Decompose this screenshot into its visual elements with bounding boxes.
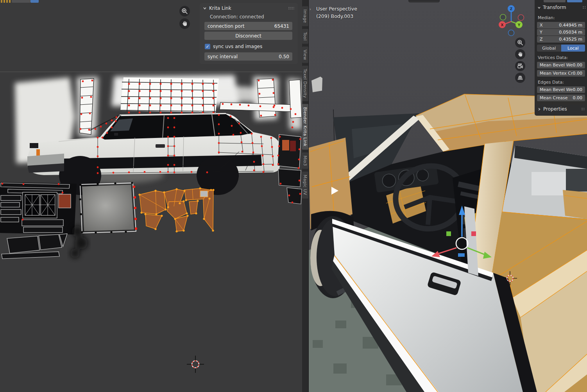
disconnect-button[interactable]: Disconnect <box>204 32 292 40</box>
rear-deck <box>563 169 587 219</box>
mean-vertex-crease-field[interactable]: Mean Vertex Cr..0.00 <box>537 70 585 77</box>
mean-bevel-weight-edges-field[interactable]: Mean Bevel We..0.00 <box>537 86 585 93</box>
cutoff-widget-accent[interactable] <box>30 0 39 3</box>
tab-texel-density[interactable]: Texel Density <box>302 66 308 101</box>
uv-roof-grid <box>120 77 219 113</box>
tab-mio3[interactable]: Mio3 <box>302 152 308 169</box>
zoom-in-icon[interactable] <box>179 6 190 16</box>
connection-status-label: Connection: connected <box>200 13 298 22</box>
pan-hand-icon[interactable] <box>179 18 190 29</box>
axis-y-label: Y <box>517 23 521 27</box>
orientation-local-button[interactable]: Local <box>561 45 585 52</box>
axis-neg-z-ball[interactable] <box>508 30 514 36</box>
vertices-data-label: Vertices Data: <box>535 52 587 62</box>
median-z-field[interactable]: Z0.43525 m <box>537 36 585 43</box>
krita-link-panel: Krita Link Connection: connected connect… <box>200 3 298 64</box>
median-y-field[interactable]: Y0.05034 m <box>537 29 585 36</box>
uv-image-editor: Krita Link Connection: connected connect… <box>0 0 302 392</box>
grid-ortho-icon[interactable] <box>515 73 525 83</box>
median-label: Median: <box>535 13 587 22</box>
cutoff-tab[interactable] <box>544 0 566 2</box>
editor-tab-strip: Image Tool View Texel Density Blender Kr… <box>302 0 309 392</box>
tab-blender-krita-link[interactable]: Blender Krita Link <box>302 104 308 150</box>
pan-hand-icon[interactable] <box>515 49 525 59</box>
transform-sidebar: Transform Median: X0.44945 m Y0.05034 m … <box>535 0 587 116</box>
axis-z-label: Z <box>510 7 513 11</box>
tab-image[interactable]: Image <box>302 6 308 26</box>
sync-interval-field[interactable]: sync interval 0.50 <box>204 52 292 61</box>
blender-window: Krita Link Connection: connected connect… <box>0 0 587 392</box>
mean-crease-field[interactable]: Mean Crease0.00 <box>537 95 585 101</box>
viewport-3d: › User Perspective (209) Body.003 Z X Y <box>309 0 587 392</box>
axis-neg-y-ball[interactable] <box>500 14 506 20</box>
cutoff-widget-text <box>1 0 11 3</box>
navigation-gizmo[interactable]: Z X Y <box>496 2 528 38</box>
tab-tool[interactable]: Tool <box>302 29 308 44</box>
properties-panel-header[interactable]: Properties <box>535 105 587 113</box>
axis-x-label: X <box>501 23 504 27</box>
orientation-global-button[interactable]: Global <box>537 45 561 52</box>
tab-magic-uv[interactable]: Magic UV <box>302 172 308 198</box>
panel-title[interactable]: Krita Link <box>209 5 231 11</box>
panel-grip-handle[interactable] <box>582 6 585 9</box>
cutoff-widget-bar[interactable] <box>12 0 30 3</box>
edges-data-label: Edges Data: <box>535 77 587 86</box>
sync-uvs-checkbox[interactable]: ✓ <box>205 44 210 49</box>
median-x-field[interactable]: X0.44945 m <box>537 22 585 29</box>
zoom-in-icon[interactable] <box>515 38 525 48</box>
chevron-right-icon <box>537 107 541 111</box>
mean-bevel-weight-vertices-field[interactable]: Mean Bevel We..0.00 <box>537 62 585 68</box>
axis-neg-x-ball[interactable] <box>518 15 524 21</box>
active-object-label: (209) Body.003 <box>316 13 357 20</box>
image-top-boundary <box>0 72 302 72</box>
cutoff-tab-active[interactable] <box>567 0 582 2</box>
panel-grip-handle[interactable] <box>288 7 295 10</box>
sidebar-collapse-arrow[interactable]: › <box>310 7 311 11</box>
panel-grip-handle[interactable] <box>581 107 584 111</box>
tab-view[interactable]: View <box>302 47 308 63</box>
camera-view-icon[interactable] <box>515 61 525 71</box>
uv-door-panel-piece <box>79 182 137 233</box>
cutoff-menu <box>408 0 440 2</box>
sync-uvs-label: sync uvs and images <box>213 44 262 49</box>
chevron-down-icon[interactable] <box>203 6 207 10</box>
chevron-down-icon <box>537 6 541 9</box>
connection-port-field[interactable]: connection port 65431 <box>204 22 292 30</box>
view-perspective-label: User Perspective <box>316 5 357 13</box>
